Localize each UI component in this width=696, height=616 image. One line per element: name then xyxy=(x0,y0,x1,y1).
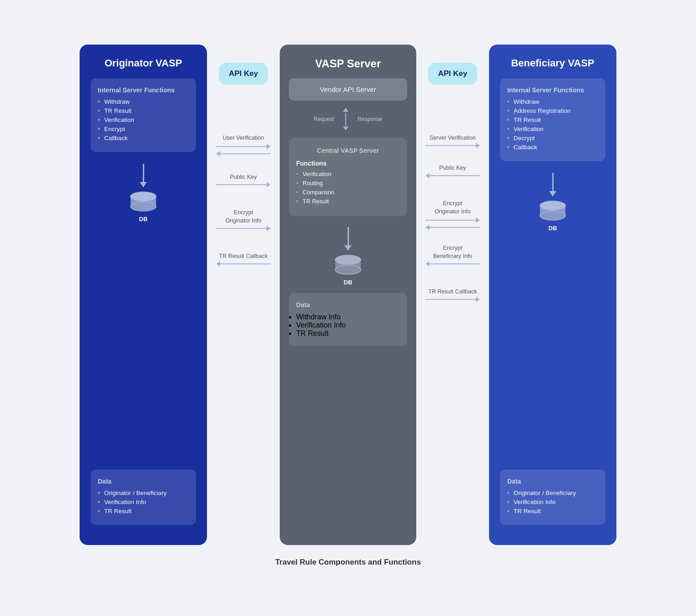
beneficiary-vasp-title: Beneficiary VASP xyxy=(511,57,594,69)
arrow-head-left xyxy=(216,151,220,157)
central-box: Central VASP Server Functions Verificati… xyxy=(289,138,407,216)
encrypt-originator-bot: Originator Info xyxy=(434,208,470,215)
right-api-key-badge: API Key xyxy=(428,63,477,85)
arrow-line xyxy=(429,263,480,264)
arrow-line xyxy=(220,153,271,154)
right-connector: API Key Server Verification Public Key xyxy=(416,45,489,545)
tr-callback-right-arrow: TR Result Callback xyxy=(416,288,489,302)
v-arrow-up xyxy=(343,108,348,112)
server-verification-arrow: Server Verification xyxy=(416,135,489,148)
server-data-list: Withdraw Info Verification Info TR Resul… xyxy=(296,313,400,338)
request-label: Request xyxy=(314,116,334,122)
public-key-right-label: Public Key xyxy=(439,165,466,171)
arrow-line xyxy=(216,228,267,229)
h-arrow-left xyxy=(216,151,271,157)
encrypt-originator-top: Encrypt xyxy=(443,200,462,207)
list-item: Address Registration xyxy=(507,107,598,114)
beneficiary-db-icon: DB xyxy=(537,200,569,232)
encrypt-originator-right-arrow: Encrypt Originator Info xyxy=(416,200,489,231)
list-item: Verification Info xyxy=(507,499,598,505)
list-item: Verification xyxy=(98,116,189,123)
svg-point-7 xyxy=(335,255,361,264)
tr-callback-right-label: TR Result Callback xyxy=(429,288,477,295)
single-left-arrow3 xyxy=(425,261,480,267)
left-connector: API Key User Verification Public xyxy=(207,45,280,545)
arrow-line xyxy=(429,175,480,176)
arrow-head-right xyxy=(476,143,480,148)
originator-internal-title: Internal Server Functions xyxy=(98,86,189,94)
public-key-label: Public Key xyxy=(230,174,257,180)
list-item: Originator / Beneficiary xyxy=(507,490,598,496)
beneficiary-internal-title: Internal Server Functions xyxy=(507,86,598,94)
user-verification-label: User Verification xyxy=(222,135,264,141)
req-resp-row: Request Response xyxy=(289,108,407,131)
originator-internal-list: Withdraw TR Result Verification Encrypt … xyxy=(98,98,189,141)
list-item: Decrypt xyxy=(507,135,598,141)
diagram-wrapper: Originator VASP Internal Server Function… xyxy=(11,45,685,567)
originator-internal-box: Internal Server Functions Withdraw TR Re… xyxy=(91,78,196,152)
arrow-line xyxy=(552,173,554,191)
encrypt-label-top: Encrypt xyxy=(234,209,253,216)
bidir-arrow xyxy=(207,143,280,157)
tr-callback-label: TR Result Callback xyxy=(219,253,268,259)
list-item: Routing xyxy=(296,180,400,187)
arrow-head xyxy=(549,191,556,197)
originator-vasp-column: Originator VASP Internal Server Function… xyxy=(80,45,207,545)
arrow-line xyxy=(429,227,480,228)
list-item: Verification xyxy=(296,171,400,177)
list-item: Verification Info xyxy=(98,499,189,505)
server-db-icon: DB xyxy=(332,254,364,286)
server-data-box: Data Withdraw Info Verification Info TR … xyxy=(289,293,407,346)
encrypt-originator-arrow: Encrypt Originator Info xyxy=(207,209,280,231)
server-data-title: Data xyxy=(296,301,400,308)
beneficiary-data-list: Originator / Beneficiary Verification In… xyxy=(507,490,598,515)
h-arrow-right xyxy=(216,144,271,149)
list-item: Withdraw xyxy=(507,98,598,105)
originator-vasp-title: Originator VASP xyxy=(105,57,182,69)
list-item: TR Result xyxy=(98,508,189,515)
arrow-head xyxy=(344,245,352,251)
arrow-head xyxy=(140,182,147,187)
vasp-server-title: VASP Server xyxy=(315,57,381,70)
arrow-line xyxy=(348,227,349,245)
beneficiary-internal-box: Internal Server Functions Withdraw Addre… xyxy=(500,78,605,161)
arrow-head-left xyxy=(425,225,429,230)
arrow-head-left xyxy=(425,173,429,178)
single-left-arrow xyxy=(216,261,271,267)
originator-db-icon: DB xyxy=(127,191,159,222)
db-svg-server xyxy=(332,254,364,277)
tr-callback-arrow: TR Result Callback xyxy=(207,253,280,267)
svg-point-2 xyxy=(131,202,156,211)
arrow-head-left xyxy=(425,261,429,267)
originator-data-list: Originator / Beneficiary Verification In… xyxy=(98,490,189,515)
beneficiary-vasp-column: Beneficiary VASP Internal Server Functio… xyxy=(489,45,616,545)
vertical-bidir-arrow xyxy=(343,108,348,131)
beneficiary-db-section: DB xyxy=(537,173,569,462)
encrypt-beneficiary-top: Encrypt xyxy=(443,245,462,251)
db-svg-beneficiary xyxy=(537,200,569,223)
encrypt-beneficiary-arrow: Encrypt Beneficiary Info xyxy=(416,245,489,267)
db-svg xyxy=(127,191,159,214)
left-api-key-badge: API Key xyxy=(219,63,268,85)
single-right-arrow3 xyxy=(425,143,480,148)
arrow-line xyxy=(220,263,271,264)
svg-point-11 xyxy=(540,201,565,210)
encrypt-beneficiary-bot: Beneficiary Info xyxy=(433,253,472,259)
functions-title: Functions xyxy=(296,160,400,167)
v-line xyxy=(345,113,346,126)
list-item: Verification Info xyxy=(296,321,400,329)
vasp-server-column: VASP Server Vendor API Server Request Re… xyxy=(280,45,416,545)
list-item: Comparison xyxy=(296,189,400,196)
arrow-head-right xyxy=(476,217,480,223)
arrow-line xyxy=(425,145,476,146)
arrow-line xyxy=(143,164,144,182)
list-item: TR Result xyxy=(296,198,400,205)
arrow-head-right xyxy=(267,182,271,187)
svg-point-6 xyxy=(335,265,361,274)
central-vasp-title: Central VASP Server xyxy=(296,147,400,154)
list-item: Callback xyxy=(98,135,189,141)
h-arrow-left xyxy=(425,225,480,230)
beneficiary-data-title: Data xyxy=(507,478,598,485)
arrow-head-left xyxy=(216,261,220,267)
server-db-label: DB xyxy=(344,279,353,286)
